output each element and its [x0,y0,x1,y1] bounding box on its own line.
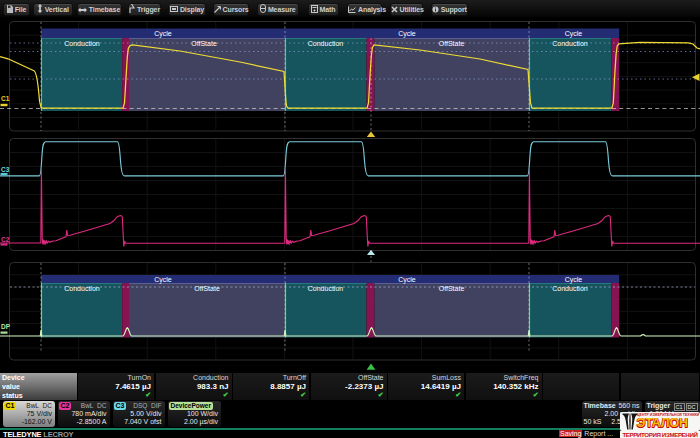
svg-text:C2: C2 [1,236,10,243]
svg-text:Conduction: Conduction [64,285,100,292]
svg-text:C3: C3 [1,166,10,173]
svg-text:Cycle: Cycle [398,276,416,284]
svg-text:Cycle: Cycle [565,276,583,284]
svg-text:C1: C1 [1,95,10,102]
svg-text:OffState: OffState [194,285,220,292]
svg-text:OffState: OffState [439,40,465,47]
svg-text:Conduction: Conduction [308,285,344,292]
svg-text:Conduction: Conduction [308,40,344,47]
svg-text:Conduction: Conduction [552,285,588,292]
svg-text:Cycle: Cycle [398,30,416,38]
svg-text:OffState: OffState [439,285,465,292]
svg-text:Cycle: Cycle [154,30,172,38]
svg-text:DP: DP [1,323,11,330]
svg-text:OffState: OffState [191,40,217,47]
svg-text:Conduction: Conduction [64,40,100,47]
svg-text:Conduction: Conduction [552,40,588,47]
svg-text:Cycle: Cycle [565,30,583,38]
svg-text:Cycle: Cycle [154,276,172,284]
